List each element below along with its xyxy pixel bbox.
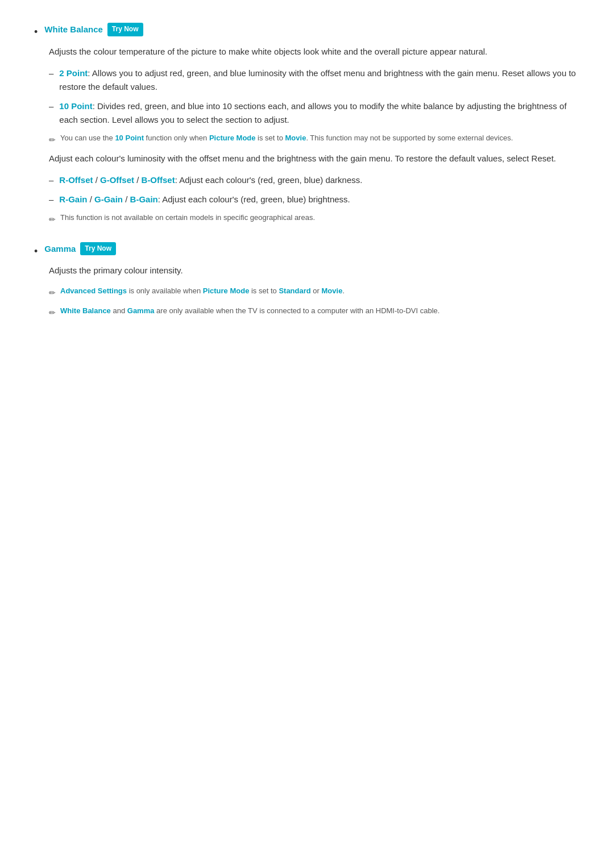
gamma-try-now-badge[interactable]: Try Now [80, 242, 116, 255]
white-balance-note1: ✏ You can use the 10 Point function only… [49, 132, 580, 146]
white-balance-main-paragraph: Adjust each colour's luminosity with the… [49, 152, 580, 165]
sub-item-offsets-text: R-Offset / G-Offset / B-Offset: Adjust e… [59, 173, 362, 187]
white-balance-link[interactable]: White Balance [44, 23, 103, 36]
white-balance-try-now-badge[interactable]: Try Now [107, 23, 143, 36]
white-balance-description: Adjusts the colour temperature of the pi… [49, 45, 580, 59]
white-balance-section: • White Balance Try Now Adjusts the colo… [34, 23, 580, 226]
bullet-dot-white-balance: • [34, 24, 38, 40]
sub-item-offsets: – R-Offset / G-Offset / B-Offset: Adjust… [49, 173, 580, 187]
gamma-link[interactable]: Gamma [44, 242, 76, 256]
note1-mid2: is set to [256, 134, 285, 142]
gamma-heading-row: • Gamma Try Now [34, 242, 580, 260]
2point-suffix: : Allows you to adjust red, green, and b… [59, 68, 576, 92]
gamma-white-balance-link[interactable]: White Balance [60, 306, 111, 315]
gain-desc: : Adjust each colour's (red, green, blue… [158, 194, 350, 204]
white-balance-heading-line: White Balance Try Now [44, 23, 143, 36]
pencil-icon-3: ✏ [49, 286, 56, 299]
gamma-note2: ✏ White Balance and Gamma are only avail… [49, 305, 580, 319]
offset-sep1: / [93, 175, 101, 185]
gain-sep1: / [88, 194, 95, 204]
white-balance-note2: ✏ This function is not available on cert… [49, 212, 580, 226]
dash-2point: – [49, 67, 53, 80]
g-gain-link[interactable]: G-Gain [94, 194, 123, 204]
g-offset-link[interactable]: G-Offset [100, 175, 134, 185]
gamma-note1-suffix: . [342, 286, 345, 295]
gamma-note2-suffix: are only available when the TV is connec… [154, 306, 439, 315]
sub-item-2point-text: 2 Point: Allows you to adjust red, green… [59, 67, 580, 94]
r-gain-link[interactable]: R-Gain [59, 194, 87, 204]
r-offset-link[interactable]: R-Offset [59, 175, 93, 185]
white-balance-heading-row: • White Balance Try Now [34, 23, 580, 40]
2point-link[interactable]: 2 Point [59, 68, 88, 78]
sub-item-gains: – R-Gain / G-Gain / B-Gain: Adjust each … [49, 193, 580, 206]
offset-sep2: / [134, 175, 142, 185]
note1-picture-mode-link[interactable]: Picture Mode [209, 134, 256, 142]
white-balance-sub-list: – 2 Point: Allows you to adjust red, gre… [49, 67, 580, 127]
gamma-movie-link[interactable]: Movie [322, 286, 343, 295]
gamma-gamma-link[interactable]: Gamma [127, 306, 155, 315]
note1-movie-link[interactable]: Movie [285, 134, 306, 142]
b-offset-link[interactable]: B-Offset [142, 175, 175, 185]
sub-item-10point-text: 10 Point: Divides red, green, and blue i… [59, 99, 580, 127]
sub-item-gains-text: R-Gain / G-Gain / B-Gain: Adjust each co… [59, 193, 350, 206]
gamma-note1-mid3: or [311, 286, 322, 295]
offset-desc: : Adjust each colour's (red, green, blue… [175, 175, 363, 185]
note1-suffix: . This function may not be supported by … [306, 134, 513, 142]
note1-10point-link[interactable]: 10 Point [115, 134, 144, 142]
sub-item-2point: – 2 Point: Allows you to adjust red, gre… [49, 67, 580, 94]
pencil-icon-2: ✏ [49, 213, 56, 226]
10point-suffix: : Divides red, green, and blue into 10 s… [59, 101, 566, 124]
gamma-note1-mid2: is set to [249, 286, 279, 295]
dash-10point: – [49, 99, 53, 113]
b-gain-link[interactable]: B-Gain [130, 194, 158, 204]
gamma-note2-text: White Balance and Gamma are only availab… [60, 305, 439, 317]
gamma-standard-link[interactable]: Standard [279, 286, 310, 295]
gamma-description: Adjusts the primary colour intensity. [49, 264, 580, 277]
pencil-icon-4: ✏ [49, 306, 56, 319]
gamma-note1-text: Advanced Settings is only available when… [60, 285, 345, 297]
10point-link[interactable]: 10 Point [59, 101, 92, 111]
note1-mid1: function only when [144, 134, 209, 142]
advanced-settings-link[interactable]: Advanced Settings [60, 286, 127, 295]
gain-sep2: / [123, 194, 130, 204]
gamma-note1: ✏ Advanced Settings is only available wh… [49, 285, 580, 299]
white-balance-note1-text: You can use the 10 Point function only w… [60, 132, 513, 144]
gamma-note1-mid1: is only available when [127, 286, 203, 295]
white-balance-sub-list2: – R-Offset / G-Offset / B-Offset: Adjust… [49, 173, 580, 206]
sub-item-10point: – 10 Point: Divides red, green, and blue… [49, 99, 580, 127]
gamma-note2-mid1: and [111, 306, 127, 315]
dash-gains: – [49, 193, 53, 206]
note1-prefix: You can use the [60, 134, 115, 142]
gamma-section: • Gamma Try Now Adjusts the primary colo… [34, 242, 580, 319]
white-balance-note2-text: This function is not available on certai… [60, 212, 315, 223]
bullet-dot-gamma: • [34, 243, 38, 260]
dash-offsets: – [49, 173, 53, 187]
pencil-icon-1: ✏ [49, 134, 56, 146]
gamma-picture-mode-link[interactable]: Picture Mode [203, 286, 250, 295]
gamma-heading-line: Gamma Try Now [44, 242, 116, 256]
